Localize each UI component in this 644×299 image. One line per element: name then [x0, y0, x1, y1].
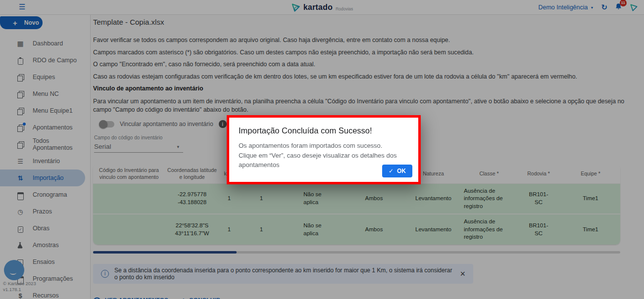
- dialog-title: Importação Concluída com Sucesso!: [239, 126, 418, 135]
- import-success-dialog: Importação Concluída com Sucesso! Os apo…: [227, 115, 421, 184]
- check-icon: ✓: [389, 168, 394, 174]
- ok-button[interactable]: ✓ OK: [382, 165, 412, 177]
